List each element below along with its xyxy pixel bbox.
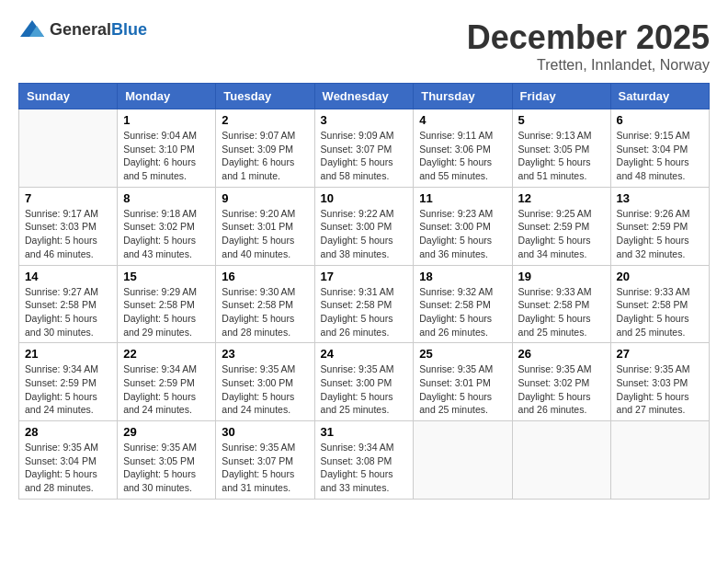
day-number: 17 (321, 270, 408, 283)
calendar-cell: 2Sunrise: 9:07 AM Sunset: 3:09 PM Daylig… (216, 109, 314, 188)
day-detail: Sunrise: 9:35 AM Sunset: 3:00 PM Dayligh… (321, 362, 408, 417)
day-number: 7 (25, 191, 111, 205)
day-detail: Sunrise: 9:15 AM Sunset: 3:04 PM Dayligh… (617, 129, 703, 183)
calendar-cell: 28Sunrise: 9:35 AM Sunset: 3:04 PM Dayli… (19, 421, 118, 500)
calendar-cell: 18Sunrise: 9:32 AM Sunset: 2:58 PM Dayli… (414, 265, 512, 343)
calendar-cell: 11Sunrise: 9:23 AM Sunset: 3:00 PM Dayli… (414, 187, 512, 265)
day-number: 13 (617, 191, 703, 205)
day-detail: Sunrise: 9:13 AM Sunset: 3:05 PM Dayligh… (518, 129, 605, 183)
day-number: 27 (617, 347, 703, 361)
day-number: 24 (321, 347, 408, 361)
calendar-header-thursday: Thursday (414, 84, 512, 109)
calendar-header-saturday: Saturday (610, 84, 709, 109)
day-detail: Sunrise: 9:35 AM Sunset: 3:01 PM Dayligh… (419, 362, 506, 417)
calendar-week-row: 7Sunrise: 9:17 AM Sunset: 3:03 PM Daylig… (19, 187, 710, 265)
calendar-cell: 22Sunrise: 9:34 AM Sunset: 2:59 PM Dayli… (118, 343, 216, 421)
day-number: 15 (123, 270, 210, 283)
day-detail: Sunrise: 9:09 AM Sunset: 3:07 PM Dayligh… (321, 129, 408, 183)
calendar-header-friday: Friday (512, 84, 610, 109)
calendar-cell: 21Sunrise: 9:34 AM Sunset: 2:59 PM Dayli… (19, 343, 118, 421)
logo-icon (18, 18, 46, 40)
day-number: 3 (321, 113, 408, 127)
title-area: December 2025 Tretten, Innlandet, Norway (467, 18, 710, 74)
day-detail: Sunrise: 9:07 AM Sunset: 3:09 PM Dayligh… (222, 129, 308, 183)
calendar-cell: 23Sunrise: 9:35 AM Sunset: 3:00 PM Dayli… (216, 343, 314, 421)
day-detail: Sunrise: 9:35 AM Sunset: 3:03 PM Dayligh… (617, 362, 703, 417)
day-number: 2 (222, 113, 308, 127)
day-number: 14 (25, 270, 111, 283)
calendar-cell: 4Sunrise: 9:11 AM Sunset: 3:06 PM Daylig… (414, 109, 512, 188)
day-number: 16 (222, 270, 308, 283)
calendar-week-row: 28Sunrise: 9:35 AM Sunset: 3:04 PM Dayli… (19, 421, 710, 500)
calendar-cell: 24Sunrise: 9:35 AM Sunset: 3:00 PM Dayli… (314, 343, 414, 421)
day-detail: Sunrise: 9:35 AM Sunset: 3:00 PM Dayligh… (222, 362, 308, 417)
day-detail: Sunrise: 9:34 AM Sunset: 2:59 PM Dayligh… (123, 362, 210, 417)
day-number: 1 (123, 113, 210, 127)
day-number: 11 (419, 191, 506, 205)
calendar-cell: 15Sunrise: 9:29 AM Sunset: 2:58 PM Dayli… (118, 265, 216, 343)
calendar-cell: 17Sunrise: 9:31 AM Sunset: 2:58 PM Dayli… (314, 265, 414, 343)
logo: GeneralBlue (18, 18, 147, 40)
day-detail: Sunrise: 9:30 AM Sunset: 2:58 PM Dayligh… (222, 285, 308, 339)
day-detail: Sunrise: 9:22 AM Sunset: 3:00 PM Dayligh… (321, 207, 408, 261)
day-detail: Sunrise: 9:11 AM Sunset: 3:06 PM Dayligh… (419, 129, 506, 183)
day-number: 9 (222, 191, 308, 205)
calendar-header-tuesday: Tuesday (216, 84, 314, 109)
day-detail: Sunrise: 9:35 AM Sunset: 3:05 PM Dayligh… (123, 441, 210, 495)
calendar-cell: 8Sunrise: 9:18 AM Sunset: 3:02 PM Daylig… (118, 187, 216, 265)
location-subtitle: Tretten, Innlandet, Norway (467, 57, 710, 74)
day-number: 25 (419, 347, 506, 361)
day-detail: Sunrise: 9:33 AM Sunset: 2:58 PM Dayligh… (518, 285, 605, 339)
calendar-header-sunday: Sunday (19, 84, 118, 109)
calendar-cell: 14Sunrise: 9:27 AM Sunset: 2:58 PM Dayli… (19, 265, 118, 343)
day-number: 8 (123, 191, 210, 205)
calendar-cell: 5Sunrise: 9:13 AM Sunset: 3:05 PM Daylig… (512, 109, 610, 188)
day-number: 21 (25, 347, 111, 361)
day-detail: Sunrise: 9:34 AM Sunset: 3:08 PM Dayligh… (321, 441, 408, 495)
calendar-cell: 27Sunrise: 9:35 AM Sunset: 3:03 PM Dayli… (610, 343, 709, 421)
calendar-cell: 16Sunrise: 9:30 AM Sunset: 2:58 PM Dayli… (216, 265, 314, 343)
day-detail: Sunrise: 9:35 AM Sunset: 3:02 PM Dayligh… (518, 362, 605, 417)
calendar-cell (610, 421, 709, 500)
calendar-cell (512, 421, 610, 500)
logo-text-general: General (50, 20, 111, 39)
day-detail: Sunrise: 9:32 AM Sunset: 2:58 PM Dayligh… (419, 285, 506, 339)
day-detail: Sunrise: 9:33 AM Sunset: 2:58 PM Dayligh… (617, 285, 703, 339)
calendar-cell: 10Sunrise: 9:22 AM Sunset: 3:00 PM Dayli… (314, 187, 414, 265)
calendar-week-row: 21Sunrise: 9:34 AM Sunset: 2:59 PM Dayli… (19, 343, 710, 421)
day-detail: Sunrise: 9:26 AM Sunset: 2:59 PM Dayligh… (617, 207, 703, 261)
day-number: 4 (419, 113, 506, 127)
day-detail: Sunrise: 9:27 AM Sunset: 2:58 PM Dayligh… (25, 285, 111, 339)
day-detail: Sunrise: 9:35 AM Sunset: 3:07 PM Dayligh… (222, 441, 308, 495)
day-number: 23 (222, 347, 308, 361)
calendar-cell (414, 421, 512, 500)
day-number: 31 (321, 425, 408, 439)
day-detail: Sunrise: 9:29 AM Sunset: 2:58 PM Dayligh… (123, 285, 210, 339)
calendar-cell: 1Sunrise: 9:04 AM Sunset: 3:10 PM Daylig… (118, 109, 216, 188)
day-number: 29 (123, 425, 210, 439)
calendar-cell: 26Sunrise: 9:35 AM Sunset: 3:02 PM Dayli… (512, 343, 610, 421)
day-detail: Sunrise: 9:23 AM Sunset: 3:00 PM Dayligh… (419, 207, 506, 261)
month-title: December 2025 (467, 18, 710, 57)
day-detail: Sunrise: 9:35 AM Sunset: 3:04 PM Dayligh… (25, 441, 111, 495)
page-header: GeneralBlue December 2025 Tretten, Innla… (18, 18, 710, 74)
calendar-cell: 6Sunrise: 9:15 AM Sunset: 3:04 PM Daylig… (610, 109, 709, 188)
day-number: 10 (321, 191, 408, 205)
day-number: 20 (617, 270, 703, 283)
calendar-header-row: SundayMondayTuesdayWednesdayThursdayFrid… (19, 84, 710, 109)
day-number: 30 (222, 425, 308, 439)
day-number: 26 (518, 347, 605, 361)
calendar-cell: 20Sunrise: 9:33 AM Sunset: 2:58 PM Dayli… (610, 265, 709, 343)
day-number: 28 (25, 425, 111, 439)
day-number: 6 (617, 113, 703, 127)
calendar-table: SundayMondayTuesdayWednesdayThursdayFrid… (18, 83, 710, 500)
day-number: 22 (123, 347, 210, 361)
calendar-cell: 29Sunrise: 9:35 AM Sunset: 3:05 PM Dayli… (118, 421, 216, 500)
day-detail: Sunrise: 9:18 AM Sunset: 3:02 PM Dayligh… (123, 207, 210, 261)
calendar-week-row: 1Sunrise: 9:04 AM Sunset: 3:10 PM Daylig… (19, 109, 710, 188)
calendar-header-wednesday: Wednesday (314, 84, 414, 109)
day-detail: Sunrise: 9:31 AM Sunset: 2:58 PM Dayligh… (321, 285, 408, 339)
calendar-cell: 30Sunrise: 9:35 AM Sunset: 3:07 PM Dayli… (216, 421, 314, 500)
calendar-week-row: 14Sunrise: 9:27 AM Sunset: 2:58 PM Dayli… (19, 265, 710, 343)
day-number: 19 (518, 270, 605, 283)
